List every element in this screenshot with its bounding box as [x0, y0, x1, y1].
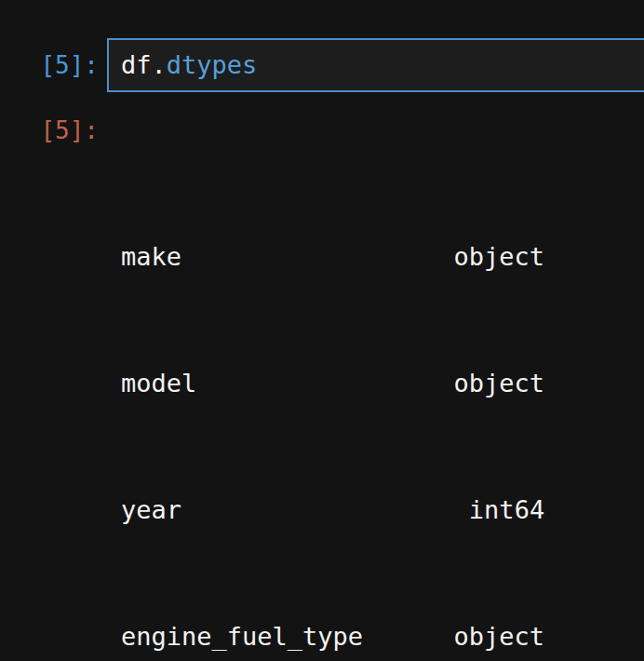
input-prompt: [5]:: [0, 38, 107, 92]
code-editor[interactable]: df.dtypes: [107, 38, 644, 92]
dtype-row-value: object: [454, 621, 545, 653]
dtype-row-name: year: [121, 494, 181, 526]
dtype-row-value: int64: [469, 494, 544, 526]
dtypes-result: make object model object year int64 engi…: [107, 115, 544, 661]
code-line: df.dtypes: [121, 52, 644, 78]
code-token-variable: df: [121, 50, 152, 79]
dtype-row-name: model: [121, 368, 196, 399]
dtype-row-name: engine_fuel_type: [121, 621, 363, 653]
output-area: [5]: make object model object year int64…: [0, 115, 644, 661]
dtypes-rows: make object model object year int64 engi…: [121, 178, 544, 661]
output-prompt: [5]:: [0, 115, 107, 661]
dtype-row: model object: [121, 368, 544, 399]
dtype-row-value: object: [454, 241, 545, 273]
dtype-row: make object: [121, 241, 544, 273]
dtype-row: engine_fuel_type object: [121, 621, 544, 653]
dtype-row-name: make: [121, 241, 181, 273]
code-cell: [5]: df.dtypes: [0, 38, 644, 92]
dtype-row: year int64: [121, 494, 544, 526]
dtype-row-value: object: [454, 368, 545, 399]
notebook-page: [5]: df.dtypes [5]: make object model ob…: [0, 38, 644, 661]
code-token-dot-operator: .: [152, 50, 167, 79]
code-token-property: dtypes: [167, 50, 258, 79]
